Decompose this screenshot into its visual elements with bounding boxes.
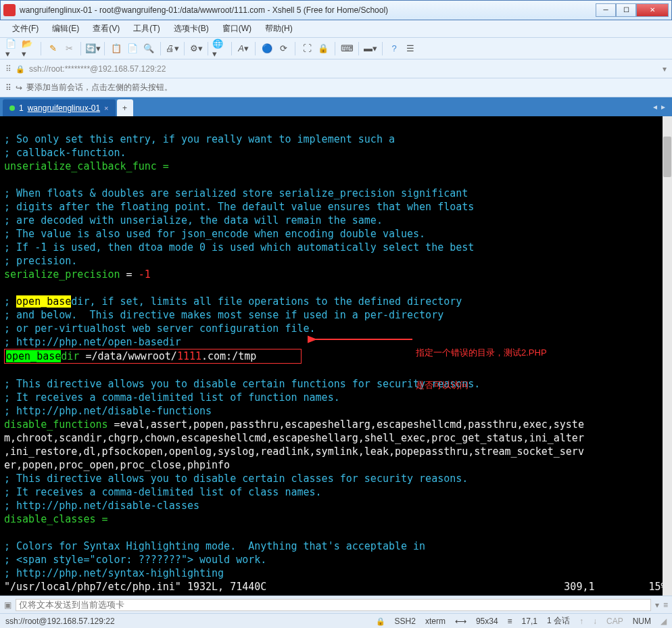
address-dropdown-icon[interactable]: ▾ — [663, 64, 667, 74]
term-line: unserialize_callback_func = — [4, 160, 169, 172]
window-title: wangruifenglinux-01 - root@wangruifeng-0… — [20, 5, 596, 15]
term-line: m,chroot,scandir,chgrp,chown,escapeshell… — [4, 432, 584, 444]
term-line: ,ini_restore,dl,pfsockopen,openlog,syslo… — [4, 445, 584, 458]
annotation-arrow-icon — [308, 333, 416, 346]
find-icon[interactable]: 🔍 — [141, 41, 156, 56]
info-dots-icon: ⠿ — [5, 83, 11, 93]
status-up-icon: ↑ — [579, 617, 583, 626]
term-line: ; callback-function. — [4, 147, 126, 159]
tab-index: 1 — [19, 103, 24, 113]
status-sessions: 1 会话 — [547, 615, 570, 627]
send-dropdown-icon[interactable]: ▾ — [655, 600, 659, 610]
status-num: NUM — [633, 617, 651, 626]
app-logo-icon — [3, 4, 16, 16]
close-button[interactable]: ✕ — [636, 3, 669, 17]
menu-file[interactable]: 文件(F) — [7, 21, 44, 37]
menu-help[interactable]: 帮助(H) — [260, 21, 298, 37]
term-line: serialize_precision — [4, 268, 120, 281]
scrollbar-thumb[interactable] — [663, 137, 671, 177]
status-term-size: 95x34 — [476, 617, 498, 626]
term-line: ; digits after the floating point. The d… — [4, 201, 474, 213]
tab-next-icon[interactable]: ▸ — [661, 102, 665, 112]
reconnect-icon[interactable]: 🔄▾ — [85, 41, 100, 56]
info-arrow-icon[interactable]: ↪ — [16, 83, 22, 93]
term-line: ; So only set this entry, if you really … — [4, 133, 395, 145]
send-bar: ▣ ▾ ≡ — [0, 596, 672, 613]
address-dots-icon: ⠿ — [5, 64, 11, 74]
keyboard-icon[interactable]: ⌨ — [339, 41, 354, 56]
term-line: disable_functions — [4, 418, 108, 431]
term-line: ; When floats & doubles are serialized s… — [4, 187, 468, 199]
send-menu-icon[interactable]: ≡ — [663, 600, 668, 610]
vim-status-file: "/usr/local/php7/etc/php.ini" 1932L, 714… — [4, 581, 266, 593]
highlighted-config-line: open_basedir =/data/wwwroot/1111.com:/tm… — [4, 349, 302, 364]
term-line: ; and below. This directive makes most s… — [4, 309, 443, 321]
menu-tools[interactable]: 工具(T) — [128, 21, 165, 37]
term-line: ; Colors for Syntax Highlighting mode. A… — [4, 540, 425, 552]
menu-tabs[interactable]: 选项卡(B) — [168, 21, 214, 37]
fullscreen-icon[interactable]: ⛶ — [299, 41, 314, 56]
term-line: ; If -1 is used, then dtoa mode 0 is use… — [4, 241, 474, 253]
info-text: 要添加当前会话，点击左侧的箭头按钮。 — [26, 82, 172, 93]
paste-icon[interactable]: 📄 — [125, 41, 140, 56]
term-line: ; or per-virtualhost web server configur… — [4, 322, 316, 335]
term-line: ; It receives a comma-delimited list of … — [4, 391, 340, 404]
menu-edit[interactable]: 编辑(E) — [47, 21, 85, 37]
session-tab[interactable]: 1 wangruifenglinux-01 × — [3, 99, 116, 116]
tab-close-icon[interactable]: × — [104, 104, 108, 112]
menu-window[interactable]: 窗口(W) — [217, 21, 257, 37]
term-line: ; http://php.net/open-basedir — [4, 336, 181, 348]
info-bar: ⠿ ↪ 要添加当前会话，点击左侧的箭头按钮。 — [0, 78, 672, 97]
term-line: ; are decoded with unserialize, the data… — [4, 214, 383, 226]
properties-icon[interactable]: ⚙▾ — [189, 41, 203, 56]
about-icon[interactable]: ☰ — [403, 41, 418, 56]
tab-prev-icon[interactable]: ◂ — [653, 102, 657, 112]
term-line: ; This directive allows you to disable c… — [4, 473, 468, 485]
open-folder-icon[interactable]: 📂▾ — [22, 41, 37, 56]
session-status-icon — [9, 105, 15, 111]
term-line: ; precision. — [4, 255, 77, 267]
status-term-type: xterm — [425, 617, 446, 626]
term-line: ; http://php.net/syntax-highlighting — [4, 567, 224, 579]
terminal-content[interactable]: ; So only set this entry, if you really … — [0, 116, 672, 596]
toolbar: 📄▾ 📂▾ ✎ ✂ 🔄▾ 📋 📄 🔍 🖨▾ ⚙▾ 🌐▾ A▾ 🔵 ⟳ ⛶ 🔒 ⌨… — [0, 38, 672, 59]
connect-icon[interactable]: ✎ — [45, 41, 60, 56]
vim-status-pos: 309,1 — [564, 581, 594, 593]
highlighted-search: open_base — [16, 295, 71, 308]
copy-icon[interactable]: 📋 — [109, 41, 124, 56]
script-icon[interactable]: 🔵 — [260, 41, 274, 56]
status-connection: ssh://root@192.168.57.129:22 — [5, 617, 115, 626]
lock-icon[interactable]: 🔒 — [316, 41, 331, 56]
send-input[interactable] — [16, 599, 651, 611]
title-bar: wangruifenglinux-01 - root@wangruifeng-0… — [0, 0, 672, 20]
maximize-button[interactable]: ☐ — [616, 3, 636, 17]
new-session-icon[interactable]: 📄▾ — [5, 41, 20, 56]
print-icon[interactable]: 🖨▾ — [165, 41, 180, 56]
help-icon[interactable]: ? — [387, 41, 402, 56]
term-line: ; http://php.net/disable-functions — [4, 405, 212, 417]
minimize-button[interactable]: ─ — [596, 3, 616, 17]
term-line: ; It receives a comma-delimited list of … — [4, 486, 322, 498]
status-down-icon: ↓ — [593, 617, 597, 626]
refresh-icon[interactable]: ⟳ — [276, 41, 291, 56]
globe-icon[interactable]: 🌐▾ — [212, 41, 227, 56]
font-icon[interactable]: A▾ — [236, 41, 251, 56]
tab-label: wangruifenglinux-01 — [28, 103, 100, 113]
term-line: ; http://php.net/disable-classes — [4, 500, 199, 512]
address-text[interactable]: ssh://root:********@192.168.57.129:22 — [29, 64, 658, 74]
term-line: er,popen,proc_open,proc_close,phpinfo — [4, 459, 230, 471]
disconnect-icon[interactable]: ✂ — [62, 41, 76, 56]
term-line: ; <span style="color: ???????"> would wo… — [4, 554, 266, 566]
add-tab-button[interactable]: + — [117, 99, 133, 116]
status-cursor-pos: 17,1 — [522, 617, 537, 626]
send-prompt-icon: ▣ — [4, 600, 11, 610]
address-lock-icon — [16, 64, 25, 74]
term-line: disable_classes = — [4, 513, 108, 525]
terminal-scrollbar[interactable] — [663, 116, 672, 596]
term-line: ; — [4, 295, 16, 308]
menu-view[interactable]: 查看(V) — [87, 21, 125, 37]
term-line: ; This directive allows you to disable c… — [4, 378, 480, 390]
menu-bar: 文件(F) 编辑(E) 查看(V) 工具(T) 选项卡(B) 窗口(W) 帮助(… — [0, 20, 672, 38]
layout-icon[interactable]: ▬▾ — [363, 41, 378, 56]
status-resize-grip-icon[interactable]: ◢ — [661, 617, 667, 626]
